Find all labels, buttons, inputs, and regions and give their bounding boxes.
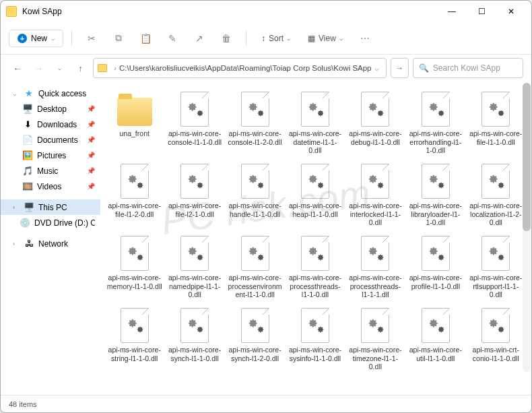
minimize-button[interactable]: —: [437, 1, 467, 22]
dll-icon: [481, 308, 510, 343]
dll-icon: [422, 164, 450, 199]
dll-icon: [241, 236, 269, 271]
file-item[interactable]: api-ms-win-core-heap-l1-1-0.dll: [285, 160, 345, 231]
file-item[interactable]: api-ms-win-core-file-l1-1-0.dll: [466, 88, 526, 159]
file-item[interactable]: api-ms-win-core-profile-l1-1-0.dll: [405, 232, 465, 303]
window-title: Kowi SApp: [22, 7, 437, 16]
file-item[interactable]: api-ms-win-core-timezone-l1-1-0.dll: [345, 305, 405, 375]
file-label: api-ms-win-core-errorhandling-l1-1-0.dll: [408, 129, 463, 156]
dll-icon: [121, 236, 149, 271]
cut-button[interactable]: ✂: [80, 27, 103, 50]
dll-icon: [361, 92, 389, 127]
file-item[interactable]: api-ms-win-core-synch-l1-1-0.dll: [164, 305, 224, 375]
file-item[interactable]: api-ms-win-core-file-l2-1-0.dll: [164, 160, 224, 231]
explorer-window: Kowi SApp — ☐ ✕ + New ⌵ ✂ ⧉ 📋 ✎ ↗ 🗑 ↕ So…: [0, 0, 532, 413]
more-button[interactable]: ⋯: [354, 27, 376, 50]
file-item[interactable]: api-ms-win-core-file-l1-2-0.dll: [104, 160, 164, 231]
file-item[interactable]: api-ms-win-core-synch-l1-2-0.dll: [225, 305, 285, 375]
dll-icon: [301, 308, 329, 343]
file-item[interactable]: api-ms-win-core-localization-l1-2-0.dll: [466, 160, 526, 231]
sidebar-network[interactable]: ›🖧Network: [1, 236, 100, 251]
file-label: api-ms-win-core-file-l2-1-0.dll: [167, 201, 222, 228]
file-label: api-ms-win-core-heap-l1-1-0.dll: [288, 201, 343, 228]
sidebar-quickaccess[interactable]: ⌵★Quick access: [1, 86, 100, 101]
folder-icon: [6, 6, 17, 17]
search-icon: 🔍: [419, 63, 429, 73]
sidebar-item-videos[interactable]: 🎞️Videos📌: [1, 179, 100, 194]
dll-icon: [422, 92, 450, 127]
navbar: ← → ⌵ ↑ › C:\Users\karolisliucveikis\App…: [1, 55, 531, 82]
sidebar-item-music[interactable]: 🎵Music📌: [1, 163, 100, 179]
file-item[interactable]: api-ms-win-crt-conio-l1-1-0.dll: [466, 305, 526, 375]
file-label: api-ms-win-core-synch-l1-2-0.dll: [228, 346, 283, 373]
file-item[interactable]: api-ms-win-core-processthreads-l1-1-0.dl…: [285, 232, 345, 303]
recent-dropdown[interactable]: ⌵: [51, 59, 68, 77]
new-button[interactable]: + New ⌵: [9, 30, 63, 47]
new-label: New: [31, 34, 47, 43]
file-pane[interactable]: una_frontapi-ms-win-core-console-l1-1-0.…: [100, 82, 531, 395]
folder-item[interactable]: una_front: [104, 88, 164, 159]
forward-button[interactable]: →: [30, 59, 46, 77]
close-button[interactable]: ✕: [496, 1, 526, 22]
address-path: C:\Users\karolisliucveikis\AppData\Roami…: [119, 64, 372, 72]
sidebar-item-desktop[interactable]: 🖥️Desktop📌: [1, 101, 100, 117]
up-button[interactable]: ↑: [72, 59, 89, 77]
file-label: api-ms-win-core-string-l1-1-0.dll: [107, 346, 162, 373]
file-item[interactable]: api-ms-win-core-libraryloader-l1-1-0.dll: [405, 160, 465, 231]
file-item[interactable]: api-ms-win-core-sysinfo-l1-1-0.dll: [285, 305, 345, 375]
share-button[interactable]: ↗: [188, 27, 211, 50]
dll-icon: [301, 236, 329, 271]
address-bar[interactable]: › C:\Users\karolisliucveikis\AppData\Roa…: [93, 58, 386, 78]
titlebar: Kowi SApp — ☐ ✕: [1, 1, 531, 22]
toolbar: + New ⌵ ✂ ⧉ 📋 ✎ ↗ 🗑 ↕ Sort ⌵ ▦ View ⌵ ⋯: [1, 22, 531, 55]
dll-icon: [422, 236, 450, 271]
folder-icon: [117, 98, 152, 126]
file-label: api-ms-win-core-handle-l1-1-0.dll: [228, 201, 283, 228]
dll-icon: [481, 164, 510, 199]
dll-icon: [241, 308, 269, 343]
search-input[interactable]: 🔍 Search Kowi SApp: [413, 58, 523, 78]
file-item[interactable]: api-ms-win-core-interlocked-l1-1-0.dll: [345, 160, 405, 231]
file-item[interactable]: api-ms-win-core-processthreads-l1-1-1.dl…: [345, 232, 405, 303]
dll-icon: [241, 164, 269, 199]
dll-icon: [180, 236, 209, 271]
dll-icon: [121, 164, 149, 199]
file-item[interactable]: api-ms-win-core-util-l1-1-0.dll: [405, 305, 465, 375]
file-item[interactable]: api-ms-win-core-console-l1-2-0.dll: [225, 88, 285, 159]
sidebar-item-downloads[interactable]: ⬇Downloads📌: [1, 117, 100, 132]
file-item[interactable]: api-ms-win-core-console-l1-1-0.dll: [164, 88, 224, 159]
rename-button[interactable]: ✎: [161, 27, 184, 50]
file-item[interactable]: api-ms-win-core-memory-l1-1-0.dll: [104, 232, 164, 303]
refresh-button[interactable]: →: [391, 58, 409, 78]
file-item[interactable]: api-ms-win-core-errorhandling-l1-1-0.dll: [405, 88, 465, 159]
file-item[interactable]: api-ms-win-core-rtlsupport-l1-1-0.dll: [466, 232, 526, 303]
sidebar-item-documents[interactable]: 📄Documents📌: [1, 132, 100, 148]
dll-icon: [361, 164, 389, 199]
dll-icon: [180, 308, 209, 343]
file-item[interactable]: api-ms-win-core-handle-l1-1-0.dll: [225, 160, 285, 231]
file-item[interactable]: api-ms-win-core-datetime-l1-1-0.dll: [285, 88, 345, 159]
file-label: api-ms-win-core-rtlsupport-l1-1-0.dll: [468, 274, 523, 300]
view-button[interactable]: ▦ View ⌵: [301, 30, 350, 46]
file-label: api-ms-win-core-profile-l1-1-0.dll: [408, 274, 463, 300]
sidebar-dvd[interactable]: 💿DVD Drive (D:) CCCC: [1, 215, 100, 230]
dll-icon: [241, 92, 269, 127]
paste-button[interactable]: 📋: [134, 27, 157, 50]
sidebar-item-pictures[interactable]: 🖼️Pictures📌: [1, 148, 100, 163]
dll-icon: [361, 236, 389, 271]
scrollbar-thumb[interactable]: [523, 83, 531, 231]
file-label: una_front: [120, 129, 149, 156]
plus-icon: +: [18, 34, 27, 43]
maximize-button[interactable]: ☐: [467, 1, 496, 22]
sidebar-thispc[interactable]: ›🖥️This PC: [1, 199, 100, 215]
file-item[interactable]: api-ms-win-core-namedpipe-l1-1-0.dll: [164, 232, 224, 303]
copy-button[interactable]: ⧉: [107, 27, 130, 50]
sort-button[interactable]: ↕ Sort ⌵: [255, 30, 297, 46]
file-item[interactable]: api-ms-win-core-debug-l1-1-0.dll: [345, 88, 405, 159]
file-label: api-ms-win-core-sysinfo-l1-1-0.dll: [288, 346, 343, 373]
file-label: api-ms-win-core-namedpipe-l1-1-0.dll: [167, 274, 222, 300]
back-button[interactable]: ←: [9, 59, 26, 77]
delete-button[interactable]: 🗑: [215, 27, 238, 50]
file-item[interactable]: api-ms-win-core-processenvironment-l1-1-…: [225, 232, 285, 303]
file-item[interactable]: api-ms-win-core-string-l1-1-0.dll: [104, 305, 164, 375]
